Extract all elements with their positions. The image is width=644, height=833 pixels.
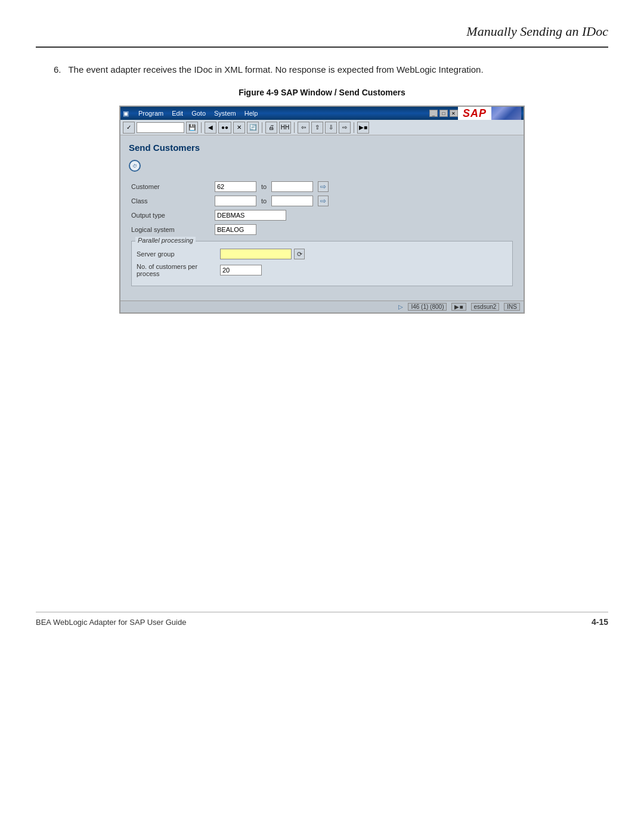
toolbar-nav-btn[interactable]: ●●: [218, 122, 231, 134]
toolbar-back-btn[interactable]: ◀: [205, 122, 216, 134]
titlebar-controls: _ □ ✕: [429, 110, 458, 117]
class-from-input[interactable]: [215, 196, 256, 206]
status-system-info: I46 (1) (800): [408, 303, 447, 311]
customer-to-input[interactable]: [271, 181, 313, 192]
close-btn[interactable]: ✕: [450, 110, 458, 117]
customers-per-process-label: No. of customers per process: [137, 263, 220, 277]
titlebar-left: ▣ Program Edit Goto System Help: [123, 110, 258, 117]
status-user: esdsun2: [471, 303, 500, 311]
server-group-refresh-btn[interactable]: ⟳: [294, 249, 305, 259]
toolbar-arrow4-btn[interactable]: ⇨: [339, 122, 351, 134]
footer-left-text: BEA WebLogic Adapter for SAP User Guide: [36, 618, 186, 627]
toolbar-check-btn[interactable]: ✓: [123, 122, 135, 134]
page-footer: BEA WebLogic Adapter for SAP User Guide …: [36, 612, 608, 627]
customer-from-input[interactable]: [215, 181, 256, 192]
menu-goto[interactable]: Goto: [191, 110, 206, 117]
customer-arrow-btn[interactable]: ⇨: [318, 181, 329, 192]
sap-content: Send Customers ⏱ Customer to ⇨ Class: [120, 135, 524, 301]
toolbar-find-btn[interactable]: HH: [279, 122, 291, 134]
sap-logo: SAP: [458, 107, 491, 120]
toolbar-exec-btn[interactable]: ▶■: [357, 122, 369, 134]
parallel-processing-groupbox: Parallel processing Server group ⟳ No. o…: [131, 241, 513, 286]
toolbar-arrow2-btn[interactable]: ⇧: [311, 122, 323, 134]
footer-page-num: 4-15: [592, 617, 608, 627]
page-title: Manually Sending an IDoc: [36, 24, 608, 43]
send-customers-title: Send Customers: [125, 140, 519, 157]
titlebar-menu: Program Edit Goto System Help: [138, 110, 258, 117]
customers-per-process-row: No. of customers per process: [137, 263, 507, 277]
logical-system-label: Logical system: [131, 226, 215, 233]
customer-row: Customer to ⇨: [131, 181, 513, 192]
menu-program[interactable]: Program: [138, 110, 163, 117]
menu-edit[interactable]: Edit: [172, 110, 183, 117]
server-group-input[interactable]: [220, 249, 292, 259]
output-type-input[interactable]: [215, 210, 286, 221]
customers-per-process-input[interactable]: [220, 265, 262, 275]
class-row: Class to ⇨: [131, 196, 513, 206]
clock-icon: ⏱: [129, 160, 141, 172]
minimize-btn[interactable]: _: [429, 110, 438, 117]
logical-system-row: Logical system: [131, 224, 513, 235]
sap-statusbar: ▷ I46 (1) (800) ▶■ esdsun2 INS: [120, 301, 524, 312]
status-icon-small: ▶■: [451, 303, 466, 311]
status-mode: INS: [504, 303, 520, 311]
class-arrow-btn[interactable]: ⇨: [318, 196, 329, 206]
customer-label: Customer: [131, 183, 215, 190]
class-to-label: to: [261, 197, 267, 205]
sap-logo-wave: [491, 107, 521, 120]
toolbar-save-btn[interactable]: 💾: [186, 122, 198, 134]
toolbar-arrow3-btn[interactable]: ⇩: [325, 122, 337, 134]
menu-system[interactable]: System: [214, 110, 236, 117]
step-number: 6.: [54, 64, 61, 75]
body-text-content: The event adapter receives the IDoc in X…: [68, 64, 483, 75]
menu-help[interactable]: Help: [244, 110, 258, 117]
parallel-processing-title: Parallel processing: [135, 237, 196, 244]
sap-window: ▣ Program Edit Goto System Help _ □ ✕ SA…: [119, 106, 525, 314]
sap-titlebar: ▣ Program Edit Goto System Help _ □ ✕ SA…: [120, 107, 524, 120]
system-menu-icon[interactable]: ▣: [123, 110, 129, 117]
logical-system-input[interactable]: [215, 224, 256, 235]
figure-caption: Figure 4-9 SAP Window / Send Customers: [36, 88, 608, 97]
clock-icon-row: ⏱: [125, 157, 519, 174]
parallel-processing-content: Server group ⟳ No. of customers per proc…: [137, 249, 507, 277]
toolbar-print-btn[interactable]: 🖨: [265, 122, 277, 134]
body-text: 6. The event adapter receives the IDoc i…: [54, 64, 608, 75]
output-type-row: Output type: [131, 210, 513, 221]
server-group-row: Server group ⟳: [137, 249, 507, 259]
sap-form: Customer to ⇨ Class to ⇨ Output type: [125, 178, 519, 296]
server-group-label: Server group: [137, 250, 220, 258]
class-label: Class: [131, 197, 215, 205]
customer-to-label: to: [261, 183, 267, 190]
toolbar-stop-btn[interactable]: ✕: [233, 122, 245, 134]
toolbar-command-input[interactable]: [137, 122, 184, 133]
maximize-btn[interactable]: □: [439, 110, 448, 117]
toolbar-refresh-btn[interactable]: 🔄: [247, 122, 259, 134]
class-to-input[interactable]: [271, 196, 313, 206]
toolbar-arrow1-btn[interactable]: ⇦: [298, 122, 309, 134]
sap-toolbar: ✓ 💾 ◀ ●● ✕ 🔄 🖨 HH ⇦ ⇧ ⇩ ⇨ ▶■: [120, 120, 524, 135]
status-triangle-icon: ▷: [398, 304, 403, 310]
output-type-label: Output type: [131, 212, 215, 219]
